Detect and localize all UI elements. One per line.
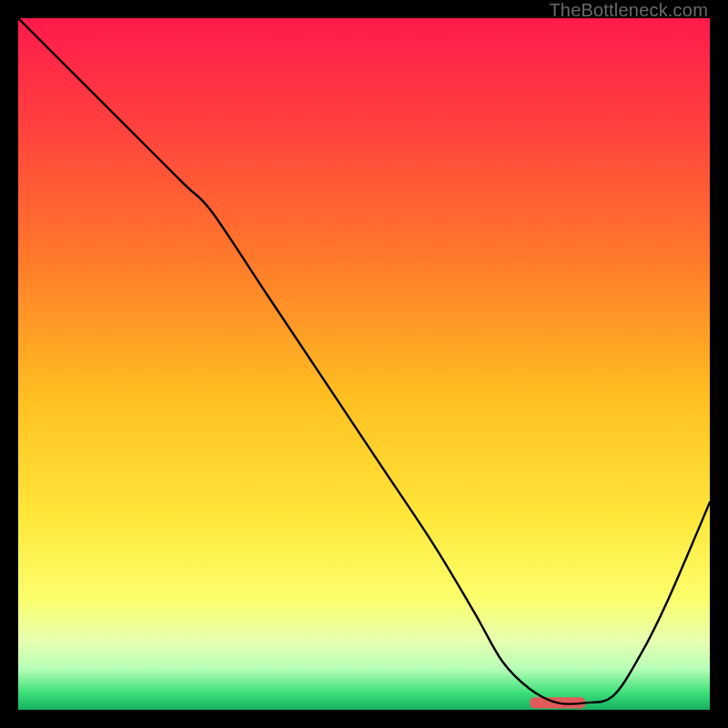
bottleneck-chart [18,18,710,710]
watermark-text: TheBottleneck.com [549,0,708,21]
chart-frame [18,18,710,710]
